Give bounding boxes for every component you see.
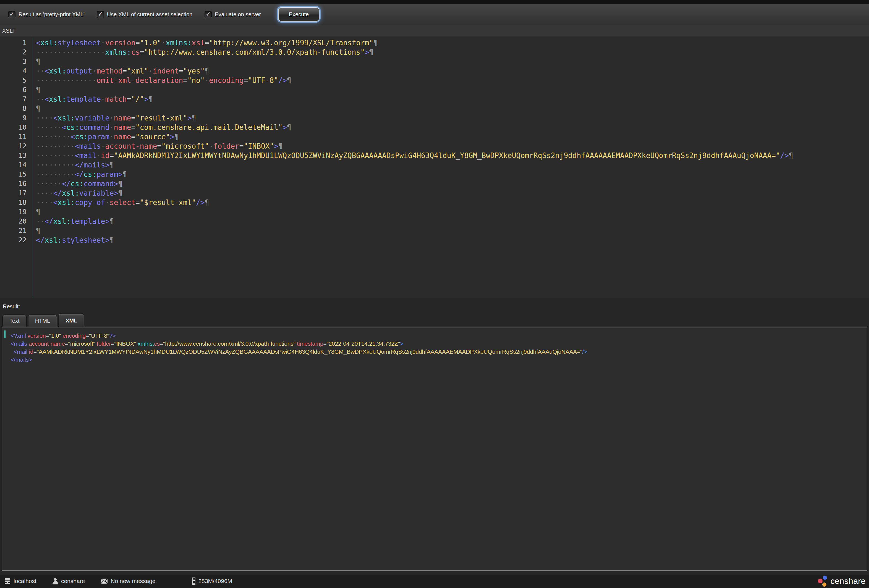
code-line: 9····<xsl:variable·name="result-xml">¶ <box>0 113 869 123</box>
syntax-token: < <box>36 39 40 47</box>
syntax-token: ¶ <box>192 114 196 122</box>
syntax-token: ·· <box>36 217 44 225</box>
syntax-token: <?xml <box>10 332 26 339</box>
syntax-token: </ <box>62 179 70 188</box>
checkbox[interactable]: ✓ <box>8 11 15 18</box>
syntax-token: = <box>131 123 135 132</box>
tab-xml[interactable]: XML <box>58 313 84 327</box>
result-panel: <?xml version="1.0" encoding="UTF-8"?><m… <box>1 327 868 571</box>
result-line: <?xml version="1.0" encoding="UTF-8"?> <box>10 332 867 339</box>
line-number: 16 <box>0 179 32 188</box>
code-text: ··<xsl:template·match="/">¶ <box>36 95 153 104</box>
syntax-token: > <box>144 95 148 103</box>
syntax-token: </mails> <box>75 161 110 169</box>
syntax-token: < <box>75 142 79 150</box>
syntax-token: id <box>101 151 110 160</box>
line-number: 14 <box>0 160 32 170</box>
syntax-token: ···· <box>36 198 53 207</box>
checkbox[interactable]: ✓ <box>97 11 104 18</box>
code-text: ·········<mail·id="AAMkADRkNDM1Y2IxLWY1M… <box>36 151 793 160</box>
syntax-token: ········· <box>36 170 75 179</box>
code-text: ··············omit-xml-declaration="no"·… <box>36 76 291 85</box>
syntax-token: · <box>162 39 166 47</box>
code-text: ······<cs:command·name="com.censhare.api… <box>36 123 291 132</box>
code-line: 6¶ <box>0 85 869 95</box>
syntax-token: name <box>114 133 131 141</box>
server-icon <box>4 578 11 585</box>
syntax-token: stylesheet <box>58 39 101 47</box>
code-text: ¶ <box>36 226 40 235</box>
syntax-token: ·· <box>36 67 44 75</box>
syntax-token: "source" <box>135 133 170 141</box>
syntax-token: > <box>282 123 287 132</box>
syntax-token: "microsoft" <box>68 341 95 347</box>
code-line: 21¶ <box>0 226 869 235</box>
syntax-token: "UTF-8" <box>248 76 278 84</box>
syntax-token: </mails> <box>10 357 32 363</box>
tab-html[interactable]: HTML <box>28 314 57 327</box>
syntax-token: xsl: <box>44 236 62 244</box>
syntax-token: = <box>131 133 135 141</box>
syntax-token: ········· <box>36 151 75 160</box>
code-line: 1<xsl:stylesheet·version="1.0"·xmlns:xsl… <box>0 38 869 47</box>
checkmark-icon: ✓ <box>10 11 14 18</box>
syntax-token: cs: <box>66 123 79 132</box>
syntax-token: cs <box>154 341 160 347</box>
xslt-label: XSLT <box>2 28 16 34</box>
syntax-token: omit-xml-declaration <box>96 76 183 84</box>
syntax-token: · <box>105 198 110 207</box>
line-number: 9 <box>0 113 32 123</box>
checkbox-option-1[interactable]: ✓Result as 'pretty-print XML' <box>8 11 85 18</box>
syntax-token: = <box>86 332 89 339</box>
result-line: <mail id="AAMkADRkNDM1Y2IxLWY1MWYtNDAwNy… <box>10 348 867 355</box>
code-text: ········<cs:param·name="source">¶ <box>36 132 179 141</box>
syntax-token: ···· <box>36 114 53 122</box>
syntax-token: <mails <box>10 341 27 347</box>
line-number: 12 <box>0 141 32 151</box>
code-text: ·········<mails·account-name="microsoft"… <box>36 141 282 151</box>
toolbar: ✓Result as 'pretty-print XML'✓Use XML of… <box>0 4 869 25</box>
code-line: 14·········</mails>¶ <box>0 160 869 170</box>
line-number: 20 <box>0 217 32 226</box>
censhare-logo: censhare <box>818 575 866 587</box>
syntax-token: = <box>205 39 209 47</box>
syntax-token: </ <box>36 236 44 244</box>
line-number: 3 <box>0 57 32 66</box>
status-item-label: No new message <box>111 578 155 584</box>
code-line: 2················xmlns:cs="http://www.ce… <box>0 47 869 57</box>
line-number: 21 <box>0 226 32 235</box>
code-text: ·········</cs:param>¶ <box>36 170 127 179</box>
syntax-token: xsl: <box>49 67 66 75</box>
checkbox-option-3[interactable]: ✓Evaluate on server <box>205 11 261 18</box>
syntax-token: "INBOX" <box>114 341 136 347</box>
syntax-token: ¶ <box>110 161 114 169</box>
syntax-token: "/" <box>131 95 144 103</box>
syntax-token: "http://www.censhare.com/xml/3.0.0/xpath… <box>144 48 365 56</box>
syntax-token: account-name <box>105 142 157 150</box>
tab-text[interactable]: Text <box>2 314 27 327</box>
code-line: 8¶ <box>0 104 869 113</box>
syntax-token: /> <box>278 76 287 84</box>
code-line: 19¶ <box>0 207 869 217</box>
syntax-token: = <box>33 348 37 355</box>
execute-button[interactable]: Execute <box>278 7 319 22</box>
syntax-token: ¶ <box>36 208 40 216</box>
checkbox[interactable]: ✓ <box>205 11 212 18</box>
syntax-token: · <box>148 67 153 75</box>
line-number: 17 <box>0 188 32 198</box>
syntax-token: ¶ <box>36 104 40 113</box>
syntax-token: "1.0" <box>140 39 162 47</box>
syntax-token: · <box>101 142 105 150</box>
checkbox-option-2[interactable]: ✓Use XML of current asset selection <box>97 11 192 18</box>
syntax-token: ¶ <box>374 39 378 47</box>
syntax-token: "xml" <box>127 67 148 75</box>
result-label: Result: <box>0 298 869 310</box>
xslt-editor[interactable]: 1<xsl:stylesheet·version="1.0"·xmlns:xsl… <box>0 37 869 298</box>
code-text: ····<xsl:variable·name="result-xml">¶ <box>36 113 196 123</box>
syntax-token <box>10 348 13 355</box>
censhare-logo-text: censhare <box>830 576 866 586</box>
syntax-token: ¶ <box>148 95 153 103</box>
syntax-token: variable <box>79 189 114 197</box>
syntax-token: ¶ <box>36 58 40 66</box>
result-xml-view: <?xml version="1.0" encoding="UTF-8"?><m… <box>2 327 867 364</box>
